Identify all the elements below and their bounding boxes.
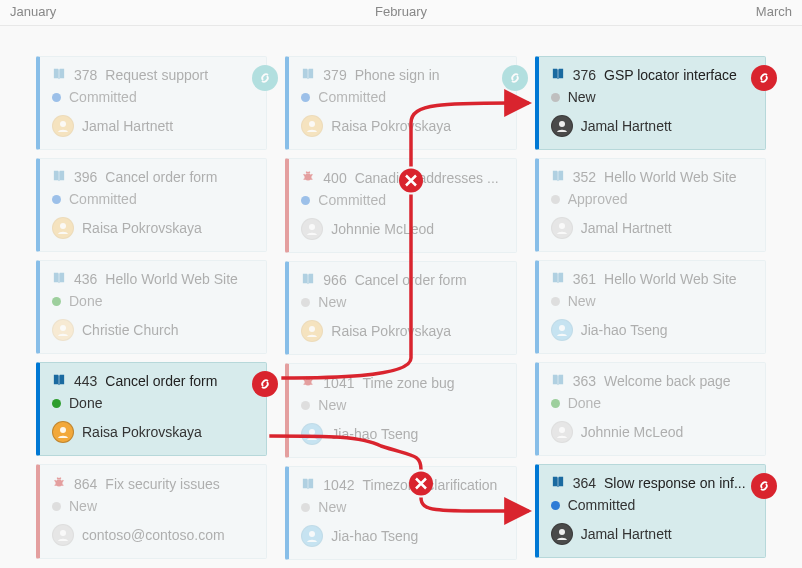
work-item-card[interactable]: 379 Phone sign in Committed Raisa Pokrov… — [285, 56, 516, 150]
card-title-row: 400 Canadian addresses ... — [301, 169, 503, 186]
work-item-card[interactable]: 1042 Timezone clarification New Jia-hao … — [285, 466, 516, 560]
feature-icon — [52, 272, 66, 284]
state-label: Done — [568, 395, 601, 411]
card-title-row: 436 Hello World Web Site — [52, 271, 254, 287]
month-label-jan[interactable]: January — [0, 0, 267, 25]
svg-point-25 — [559, 325, 565, 331]
kanban-board: 378 Request support Committed Jamal Hart… — [0, 26, 802, 560]
link-badge-icon[interactable] — [252, 371, 278, 397]
assignee-name: Christie Church — [82, 322, 178, 338]
work-item-card[interactable]: 966 Cancel order form New Raisa Pokrovsk… — [285, 261, 516, 355]
card-title-row: 361 Hello World Web Site — [551, 271, 753, 287]
work-item-card[interactable]: 352 Hello World Web Site Approved Jamal … — [535, 158, 766, 252]
work-item-title: Canadian addresses ... — [355, 170, 499, 186]
avatar — [551, 217, 573, 239]
feature-icon — [551, 67, 565, 83]
work-item-title: Request support — [105, 67, 208, 83]
state-dot-icon — [551, 399, 560, 408]
card-assignee-row: Raisa Pokrovskaya — [52, 421, 254, 443]
work-item-card[interactable]: 396 Cancel order form Committed Raisa Po… — [36, 158, 267, 252]
feature-icon — [52, 67, 66, 83]
card-title-row: 396 Cancel order form — [52, 169, 254, 185]
work-item-id: 361 — [573, 271, 596, 287]
work-item-card[interactable]: 400 Canadian addresses ... Committed Joh… — [285, 158, 516, 253]
svg-point-27 — [559, 427, 565, 433]
work-item-card[interactable]: 1041 Time zone bug New Jia-hao Tseng — [285, 363, 516, 458]
month-label-mar[interactable]: March — [535, 0, 802, 25]
work-item-title: Cancel order form — [355, 272, 467, 288]
feature-icon — [551, 271, 565, 287]
card-assignee-row: Raisa Pokrovskaya — [301, 115, 503, 137]
card-assignee-row: Jamal Hartnett — [551, 523, 753, 545]
avatar — [52, 319, 74, 341]
work-item-id: 379 — [323, 67, 346, 83]
card-assignee-row: Jamal Hartnett — [52, 115, 254, 137]
bug-icon — [301, 169, 315, 186]
card-state-row: Committed — [551, 497, 753, 513]
feature-icon — [52, 373, 66, 389]
work-item-title: Hello World Web Site — [604, 271, 737, 287]
feature-icon — [52, 374, 66, 386]
link-badge-icon[interactable] — [252, 65, 278, 91]
feature-icon — [551, 169, 565, 185]
card-title-row: 1042 Timezone clarification — [301, 477, 503, 493]
column-1: 379 Phone sign in Committed Raisa Pokrov… — [285, 56, 516, 560]
work-item-card[interactable]: 436 Hello World Web Site Done Christie C… — [36, 260, 267, 354]
work-item-title: Phone sign in — [355, 67, 440, 83]
work-item-card[interactable]: 378 Request support Committed Jamal Hart… — [36, 56, 267, 150]
svg-point-11 — [309, 121, 315, 127]
avatar — [301, 525, 323, 547]
svg-point-5 — [60, 325, 66, 331]
svg-point-29 — [559, 529, 565, 535]
work-item-title: Welcome back page — [604, 373, 731, 389]
card-assignee-row: contoso@contoso.com — [52, 524, 254, 546]
card-title-row: 1041 Time zone bug — [301, 374, 503, 391]
svg-point-21 — [559, 121, 565, 127]
work-item-title: Cancel order form — [105, 373, 217, 389]
assignee-name: Raisa Pokrovskaya — [331, 323, 451, 339]
work-item-id: 363 — [573, 373, 596, 389]
svg-rect-20 — [557, 69, 558, 78]
card-state-row: New — [301, 294, 503, 310]
avatar — [52, 524, 74, 546]
svg-point-3 — [60, 223, 66, 229]
bug-icon — [301, 374, 315, 391]
svg-rect-24 — [557, 273, 558, 282]
state-dot-icon — [301, 298, 310, 307]
link-badge-icon[interactable] — [502, 65, 528, 91]
card-state-row: New — [301, 397, 503, 413]
card-title-row: 363 Welcome back page — [551, 373, 753, 389]
svg-point-16 — [305, 378, 312, 385]
avatar — [301, 423, 323, 445]
state-dot-icon — [52, 399, 61, 408]
state-label: Committed — [568, 497, 636, 513]
card-title-row: 376 GSP locator interface — [551, 67, 753, 83]
state-label: New — [568, 293, 596, 309]
svg-point-13 — [309, 224, 315, 230]
state-label: Done — [69, 395, 102, 411]
avatar — [301, 218, 323, 240]
work-item-card[interactable]: 361 Hello World Web Site New Jia-hao Tse… — [535, 260, 766, 354]
bug-icon — [52, 475, 66, 492]
assignee-name: Raisa Pokrovskaya — [82, 424, 202, 440]
work-item-id: 376 — [573, 67, 596, 83]
link-badge-icon[interactable] — [751, 473, 777, 499]
state-dot-icon — [551, 501, 560, 510]
month-label-feb[interactable]: February — [267, 0, 534, 25]
work-item-card[interactable]: 364 Slow response on inf... Committed Ja… — [535, 464, 766, 558]
work-item-card[interactable]: 864 Fix security issues New contoso@cont… — [36, 464, 267, 559]
svg-point-15 — [309, 326, 315, 332]
work-item-card[interactable]: 443 Cancel order form Done Raisa Pokrovs… — [36, 362, 267, 456]
column-2: 376 GSP locator interface New Jamal Hart… — [535, 56, 766, 560]
state-label: New — [69, 498, 97, 514]
state-label: New — [318, 397, 346, 413]
work-item-id: 864 — [74, 476, 97, 492]
work-item-card[interactable]: 376 GSP locator interface New Jamal Hart… — [535, 56, 766, 150]
state-label: Approved — [568, 191, 628, 207]
avatar — [551, 319, 573, 341]
avatar — [551, 421, 573, 443]
bug-icon — [301, 169, 315, 183]
avatar — [301, 115, 323, 137]
work-item-card[interactable]: 363 Welcome back page Done Johnnie McLeo… — [535, 362, 766, 456]
link-badge-icon[interactable] — [751, 65, 777, 91]
